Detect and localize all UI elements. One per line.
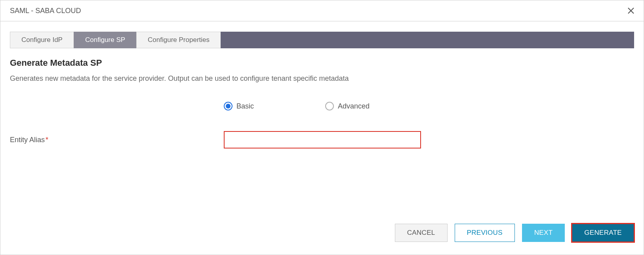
tab-filler xyxy=(221,32,634,48)
radio-basic-label: Basic xyxy=(236,102,254,110)
previous-button[interactable]: PREVIOUS xyxy=(455,224,515,242)
cancel-button[interactable]: CANCEL xyxy=(395,224,448,242)
entity-alias-label: Entity Alias* xyxy=(10,136,224,144)
modal-body: Configure IdP Configure SP Configure Pro… xyxy=(0,21,644,255)
radio-icon xyxy=(325,102,334,110)
modal-footer: CANCEL PREVIOUS NEXT GENERATE xyxy=(10,224,634,247)
generate-button[interactable]: GENERATE xyxy=(572,224,634,242)
saml-config-modal: SAML - SABA CLOUD Configure IdP Configur… xyxy=(0,0,644,255)
entity-alias-row: Entity Alias* xyxy=(10,131,634,148)
tab-configure-properties[interactable]: Configure Properties xyxy=(136,32,221,48)
radio-basic[interactable]: Basic xyxy=(224,102,254,110)
required-mark: * xyxy=(46,136,48,144)
entity-alias-label-text: Entity Alias xyxy=(10,136,45,144)
tab-bar: Configure IdP Configure SP Configure Pro… xyxy=(10,32,634,48)
tab-configure-sp[interactable]: Configure SP xyxy=(74,32,137,48)
radio-advanced[interactable]: Advanced xyxy=(325,102,370,110)
section-description: Generates new metadata for the service p… xyxy=(10,74,634,83)
modal-title: SAML - SABA CLOUD xyxy=(10,7,81,15)
mode-radio-group: Basic Advanced xyxy=(10,102,634,110)
close-icon xyxy=(627,7,635,15)
entity-alias-input[interactable] xyxy=(224,131,421,148)
close-button[interactable] xyxy=(626,6,636,15)
next-button[interactable]: NEXT xyxy=(522,224,565,242)
radio-advanced-label: Advanced xyxy=(338,102,370,110)
radio-icon xyxy=(224,102,232,110)
tab-configure-idp[interactable]: Configure IdP xyxy=(10,32,74,48)
modal-header: SAML - SABA CLOUD xyxy=(0,0,644,21)
section-title: Generate Metadata SP xyxy=(10,58,634,68)
